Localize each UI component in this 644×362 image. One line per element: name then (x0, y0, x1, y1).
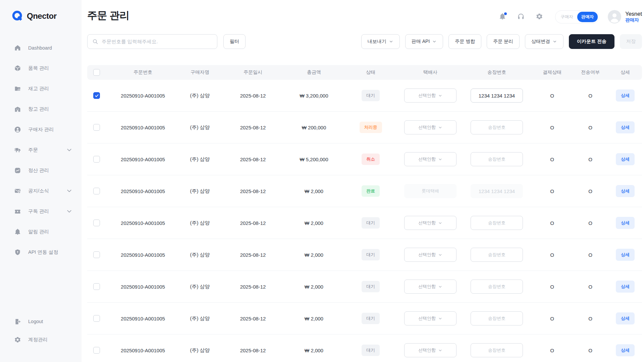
notification-bell-icon[interactable] (499, 13, 507, 21)
sidebar-item-inventory[interactable]: 재고 관리 (0, 78, 82, 99)
toolbar-button-label: 이카운트 전송 (577, 39, 606, 45)
courier-select[interactable]: 선택안함 (404, 343, 457, 357)
sidebar-item-label: 구매자 관리 (28, 126, 54, 133)
role-toggle[interactable]: 구매자 판매자 (555, 10, 599, 23)
role-option-seller[interactable]: 판매자 (577, 12, 598, 22)
merge-order-button[interactable]: 주문 병합 (448, 34, 481, 49)
ecount-send-button[interactable]: 이카운트 전송 (569, 34, 614, 49)
home-icon (14, 44, 21, 51)
split-order-button[interactable]: 주문 분리 (487, 34, 520, 49)
truck-icon (14, 146, 21, 154)
change-status-button[interactable]: 상태변경 (525, 34, 564, 49)
invoice-number-input[interactable]: 송장번호 (471, 120, 523, 134)
buyer-name: (주) 삼양 (180, 284, 220, 290)
settings-gear-icon[interactable] (536, 13, 544, 21)
sidebar-item-label: 공지/소식 (28, 188, 49, 194)
courier-select[interactable]: 선택안함 (404, 88, 457, 103)
detail-button[interactable]: 상세 (616, 344, 635, 356)
check-icon (95, 94, 99, 98)
invoice-number-input[interactable]: 1234 1234 1234 (471, 88, 523, 103)
chevron-down-icon (552, 39, 557, 44)
sidebar-item-api[interactable]: API 연동 설정 (0, 242, 82, 262)
invoice-number-input[interactable]: 1234 1234 1234 (471, 184, 523, 198)
buyer-name: (주) 삼양 (180, 93, 220, 99)
courier-select[interactable]: 선택안함 (404, 216, 457, 230)
total-amount: ₩ 2,000 (286, 348, 342, 353)
search-icon (92, 39, 98, 45)
table-header-cell: 택배사 (399, 69, 462, 75)
detail-button[interactable]: 상세 (616, 185, 635, 197)
detail-button[interactable]: 상세 (616, 121, 635, 133)
invoice-number-input[interactable]: 송장번호 (471, 248, 523, 262)
courier-select[interactable]: 롯데택배 (404, 184, 457, 198)
user-info: Yesnet 판매자 (625, 10, 642, 23)
detail-button[interactable]: 상세 (616, 281, 635, 293)
mail-icon (14, 187, 21, 194)
sidebar-item-items[interactable]: 품목 관리 (0, 58, 82, 78)
table-header-row: 주문번호구매자명주문일시총금액상태택배사송장번호결제상태전송여부상세 (87, 65, 642, 80)
invoice-number-input[interactable]: 송장번호 (471, 343, 523, 357)
courier-select[interactable]: 선택안함 (404, 120, 457, 134)
sidebar-item-settlement[interactable]: 정산 관리 (0, 160, 82, 181)
courier-select[interactable]: 선택안함 (404, 311, 457, 325)
support-headset-icon[interactable] (517, 13, 525, 21)
detail-button[interactable]: 상세 (616, 153, 635, 165)
invoice-number-input[interactable]: 송장번호 (471, 152, 523, 166)
order-number: 20250910-A001005 (106, 252, 180, 258)
order-number: 20250910-A001005 (106, 316, 180, 321)
courier-select[interactable]: 선택안함 (404, 280, 457, 294)
avatar[interactable] (608, 10, 621, 23)
brand-logo[interactable]: Qnector (0, 9, 82, 23)
export-button[interactable]: 내보내기 (361, 34, 400, 49)
sidebar-item-buyers[interactable]: 구매자 관리 (0, 119, 82, 140)
topbar-actions: 구매자 판매자 Yesnet 판매자 (488, 9, 642, 23)
sidebar-item-label: 품목 관리 (28, 65, 49, 71)
chevron-down-icon (438, 157, 442, 162)
detail-button[interactable]: 상세 (616, 217, 635, 229)
detail-button[interactable]: 상세 (616, 89, 635, 102)
payment-status: O (532, 188, 572, 194)
status-badge: 대기 (362, 313, 380, 324)
filter-button[interactable]: 필터 (223, 34, 246, 49)
courier-select-value: 선택안함 (418, 124, 436, 130)
status-badge: 대기 (362, 249, 380, 260)
status-badge: 대기 (362, 345, 380, 356)
sales-api-button[interactable]: 판매 API (405, 34, 443, 49)
row-checkbox[interactable] (93, 315, 100, 322)
sidebar-item-notice[interactable]: 공지/소식 (0, 181, 82, 201)
sidebar-item-alerts[interactable]: 알림 관리 (0, 222, 82, 242)
sidebar-item-warehouse[interactable]: 창고 관리 (0, 99, 82, 119)
buyer-name: (주) 삼양 (180, 252, 220, 258)
sidebar-item-account[interactable]: 계정관리 (0, 330, 82, 349)
row-checkbox[interactable] (93, 92, 100, 99)
transfer-status: O (572, 348, 608, 353)
role-option-buyer[interactable]: 구매자 (556, 12, 577, 22)
row-checkbox[interactable] (93, 347, 100, 354)
toolbar-button-label: 주문 병합 (455, 39, 475, 45)
sidebar-item-logout[interactable]: Logout (0, 312, 82, 330)
order-search-input[interactable] (102, 39, 212, 44)
courier-select[interactable]: 선택안함 (404, 248, 457, 262)
toolbar-button-label: 판매 API (412, 39, 430, 45)
payment-status: O (532, 348, 572, 353)
detail-button[interactable]: 상세 (616, 249, 635, 261)
row-checkbox[interactable] (93, 251, 100, 258)
row-checkbox[interactable] (93, 156, 100, 163)
row-checkbox[interactable] (93, 283, 100, 290)
detail-button[interactable]: 상세 (616, 312, 635, 324)
sidebar-item-orders[interactable]: 주문 (0, 140, 82, 160)
transfer-status: O (572, 188, 608, 194)
courier-select[interactable]: 선택안함 (404, 152, 457, 166)
row-checkbox[interactable] (93, 220, 100, 226)
select-all-checkbox[interactable] (93, 69, 100, 76)
row-checkbox[interactable] (93, 188, 100, 194)
sidebar-item-dashboard[interactable]: Dashboard (0, 38, 82, 58)
invoice-number-input[interactable]: 송장번호 (471, 280, 523, 294)
save-button[interactable]: 저장 (620, 34, 642, 49)
courier-select-value: 선택안함 (418, 93, 436, 99)
row-checkbox[interactable] (93, 124, 100, 131)
invoice-number-input[interactable]: 송장번호 (471, 216, 523, 230)
sidebar-item-subscription[interactable]: 구독 관리 (0, 201, 82, 222)
payment-status: O (532, 252, 572, 258)
invoice-number-input[interactable]: 송장번호 (471, 311, 523, 325)
